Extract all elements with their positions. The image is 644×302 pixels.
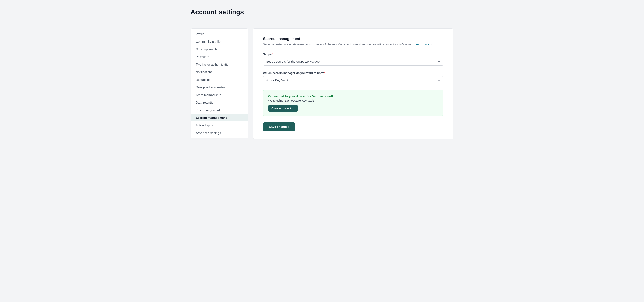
page-title: Account settings: [190, 8, 454, 16]
manager-required: *: [324, 71, 325, 74]
success-box: Connected to your Azure Key Vault accoun…: [263, 90, 443, 116]
sidebar-item-key-management[interactable]: Key management: [191, 106, 248, 114]
section-description: Set up an external secrets manager such …: [263, 43, 443, 46]
save-changes-button[interactable]: Save changes: [263, 122, 295, 131]
success-text: We're using "Demo Azure Key Vault": [268, 99, 438, 102]
sidebar-item-active-logins[interactable]: Active logins: [191, 122, 248, 129]
sidebar-item-two-factor[interactable]: Two-factor authentication: [191, 60, 248, 68]
main-content: Secrets management Set up an external se…: [253, 28, 454, 139]
sidebar-item-profile[interactable]: Profile: [191, 30, 248, 38]
manager-group: Which secrets manager do you want to use…: [263, 71, 443, 84]
sidebar-item-notifications[interactable]: Notifications: [191, 68, 248, 76]
sidebar-item-debugging[interactable]: Debugging: [191, 76, 248, 84]
section-title: Secrets management: [263, 37, 443, 41]
section-description-text: Set up an external secrets manager such …: [263, 43, 414, 46]
sidebar-item-community-profile[interactable]: Community profile: [191, 38, 248, 46]
manager-select[interactable]: Azure Key VaultAWS Secrets Manager: [263, 76, 443, 84]
sidebar-item-advanced-settings[interactable]: Advanced settings: [191, 129, 248, 136]
scope-required: *: [272, 52, 273, 56]
scope-group: Scope* Set up secrets for the entire wor…: [263, 52, 443, 66]
manager-label: Which secrets manager do you want to use…: [263, 71, 443, 74]
sidebar-item-subscription-plan[interactable]: Subscription plan: [191, 46, 248, 53]
sidebar-item-password[interactable]: Password: [191, 53, 248, 60]
learn-more-link[interactable]: Learn more: [414, 43, 430, 46]
sidebar-item-data-retention[interactable]: Data retention: [191, 98, 248, 106]
sidebar-item-team-membership[interactable]: Team membership: [191, 91, 248, 98]
sidebar: ProfileCommunity profileSubscription pla…: [190, 28, 248, 138]
sidebar-item-secrets-management[interactable]: Secrets management: [191, 114, 248, 122]
change-connection-button[interactable]: Change connection: [268, 105, 298, 112]
page-divider: [190, 22, 454, 22]
sidebar-item-delegated-admin[interactable]: Delegated administrator: [191, 84, 248, 91]
scope-label: Scope*: [263, 52, 443, 56]
success-title: Connected to your Azure Key Vault accoun…: [268, 94, 438, 98]
scope-select[interactable]: Set up secrets for the entire workspace: [263, 58, 443, 66]
external-link-icon: ↗: [431, 43, 433, 46]
